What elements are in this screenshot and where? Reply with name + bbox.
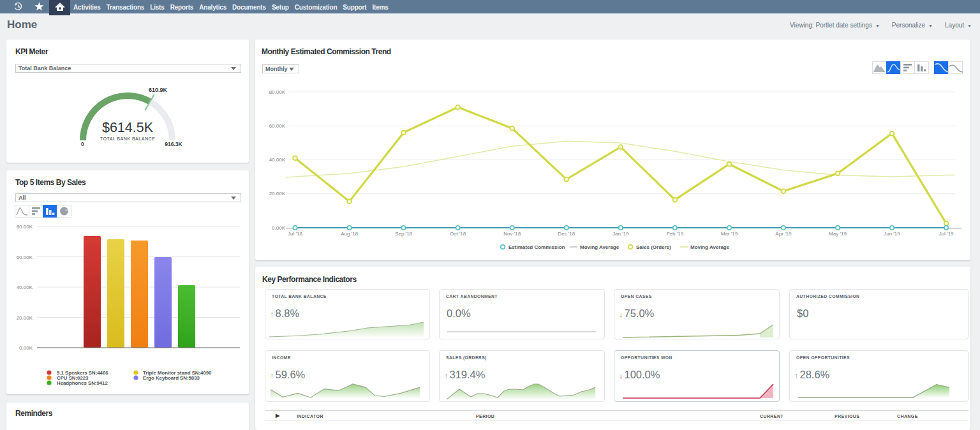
svg-text:20.00K: 20.00K [17, 315, 33, 321]
svg-text:40.00K: 40.00K [17, 285, 33, 290]
svg-text:Oct '18: Oct '18 [450, 231, 466, 237]
svg-text:Ergo Keyboard SN:5833: Ergo Keyboard SN:5833 [143, 375, 200, 381]
svg-text:80.00K: 80.00K [17, 224, 33, 230]
svg-text:916.3K: 916.3K [165, 141, 182, 147]
svg-text:Jul '19: Jul '19 [939, 231, 954, 237]
svg-text:$614.5K: $614.5K [102, 120, 154, 135]
svg-text:Moving Average: Moving Average [580, 244, 620, 250]
svg-text:Feb '19: Feb '19 [667, 231, 684, 237]
svg-text:Sep '18: Sep '18 [395, 231, 412, 237]
svg-text:Headphones SN:9412: Headphones SN:9412 [57, 380, 108, 386]
svg-text:Jun '19: Jun '19 [884, 231, 900, 237]
svg-text:40.00K: 40.00K [269, 157, 286, 163]
svg-text:Nov '18: Nov '18 [503, 231, 521, 237]
svg-text:Sales (Orders): Sales (Orders) [636, 244, 671, 250]
svg-text:610.9K: 610.9K [149, 87, 168, 93]
svg-text:Mar '19: Mar '19 [721, 231, 738, 237]
svg-text:0: 0 [81, 141, 84, 147]
svg-text:Estimated Commission: Estimated Commission [509, 244, 565, 250]
svg-text:Jan '19: Jan '19 [612, 231, 629, 237]
svg-text:May '19: May '19 [829, 231, 847, 237]
svg-text:20.00K: 20.00K [269, 191, 286, 196]
svg-text:Aug '18: Aug '18 [341, 231, 358, 237]
svg-text:TOTAL BANK BALANCE: TOTAL BANK BALANCE [100, 136, 156, 142]
svg-text:80.00K: 80.00K [269, 89, 286, 95]
svg-text:0.00K: 0.00K [19, 345, 33, 351]
svg-text:Moving Average: Moving Average [690, 244, 730, 250]
svg-text:60.00K: 60.00K [269, 123, 286, 129]
svg-text:Jul '18: Jul '18 [288, 231, 302, 237]
svg-text:Apr '19: Apr '19 [775, 231, 792, 237]
svg-text:60.00K: 60.00K [17, 255, 33, 260]
svg-text:Dec '18: Dec '18 [558, 231, 575, 237]
